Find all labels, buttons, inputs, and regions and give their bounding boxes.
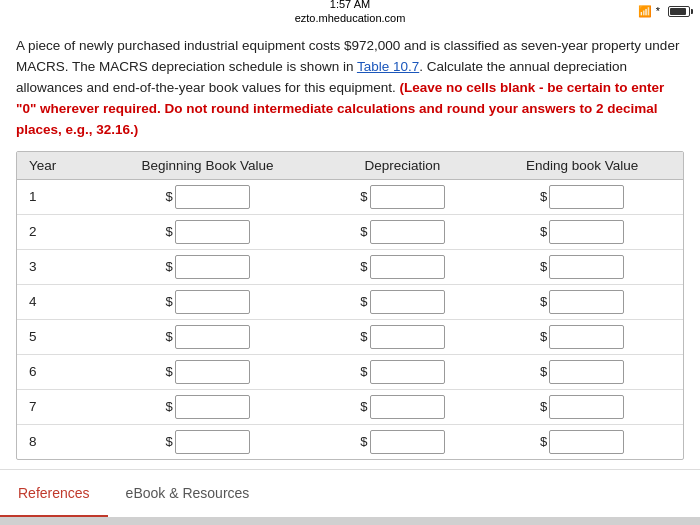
cell-year-4: 4: [17, 284, 91, 319]
input-ending-8[interactable]: [549, 430, 624, 454]
col-beginning: Beginning Book Value: [91, 152, 323, 180]
cell-year-2: 2: [17, 214, 91, 249]
input-depreciation-4[interactable]: [370, 290, 445, 314]
cell-depreciation-8: $: [324, 424, 482, 459]
input-beginning-6[interactable]: [175, 360, 250, 384]
input-depreciation-2[interactable]: [370, 220, 445, 244]
main-content: A piece of newly purchased industrial eq…: [0, 22, 700, 517]
dollar-sign: $: [540, 364, 547, 379]
dollar-sign: $: [540, 399, 547, 414]
cell-depreciation-7: $: [324, 389, 482, 424]
input-ending-7[interactable]: [549, 395, 624, 419]
dollar-sign: $: [165, 329, 172, 344]
input-ending-2[interactable]: [549, 220, 624, 244]
cell-depreciation-2: $: [324, 214, 482, 249]
cell-depreciation-1: $: [324, 179, 482, 214]
dollar-sign: $: [360, 294, 367, 309]
dollar-sign: $: [540, 434, 547, 449]
cell-year-8: 8: [17, 424, 91, 459]
col-year: Year: [17, 152, 91, 180]
cell-depreciation-4: $: [324, 284, 482, 319]
input-beginning-7[interactable]: [175, 395, 250, 419]
input-depreciation-5[interactable]: [370, 325, 445, 349]
status-bar: 1:57 AM ezto.mheducation.com 📶 *: [0, 0, 700, 22]
dollar-sign: $: [360, 434, 367, 449]
tab-references[interactable]: References: [0, 470, 108, 517]
cell-year-6: 6: [17, 354, 91, 389]
time-label: 1:57 AM ezto.mheducation.com: [295, 0, 406, 25]
input-depreciation-8[interactable]: [370, 430, 445, 454]
cell-ending-1: $: [481, 179, 683, 214]
input-beginning-5[interactable]: [175, 325, 250, 349]
problem-description: A piece of newly purchased industrial eq…: [16, 36, 684, 141]
dollar-sign: $: [360, 259, 367, 274]
cell-depreciation-6: $: [324, 354, 482, 389]
table-row: 8$$$: [17, 424, 683, 459]
dollar-sign: $: [540, 189, 547, 204]
input-beginning-8[interactable]: [175, 430, 250, 454]
cell-year-1: 1: [17, 179, 91, 214]
dollar-sign: $: [540, 259, 547, 274]
cell-ending-6: $: [481, 354, 683, 389]
cell-ending-8: $: [481, 424, 683, 459]
dollar-sign: $: [540, 224, 547, 239]
dollar-sign: $: [540, 294, 547, 309]
cell-ending-4: $: [481, 284, 683, 319]
dollar-sign: $: [360, 399, 367, 414]
cell-beginning-7: $: [91, 389, 323, 424]
table-row: 2$$$: [17, 214, 683, 249]
input-depreciation-6[interactable]: [370, 360, 445, 384]
table-link[interactable]: Table 10.7: [357, 59, 419, 74]
cell-beginning-2: $: [91, 214, 323, 249]
input-beginning-1[interactable]: [175, 185, 250, 209]
table-row: 6$$$: [17, 354, 683, 389]
input-ending-4[interactable]: [549, 290, 624, 314]
wifi-icon: 📶: [638, 5, 652, 18]
depreciation-table-container: Year Beginning Book Value Depreciation E…: [16, 151, 684, 460]
col-depreciation: Depreciation: [324, 152, 482, 180]
dollar-sign: $: [165, 259, 172, 274]
input-beginning-2[interactable]: [175, 220, 250, 244]
cell-beginning-1: $: [91, 179, 323, 214]
cell-beginning-3: $: [91, 249, 323, 284]
status-bar-right: 📶 *: [638, 5, 690, 18]
cell-ending-2: $: [481, 214, 683, 249]
dollar-sign: $: [360, 329, 367, 344]
cell-beginning-6: $: [91, 354, 323, 389]
input-depreciation-7[interactable]: [370, 395, 445, 419]
input-depreciation-1[interactable]: [370, 185, 445, 209]
input-ending-5[interactable]: [549, 325, 624, 349]
content-body: A piece of newly purchased industrial eq…: [0, 22, 700, 469]
col-ending: Ending book Value: [481, 152, 683, 180]
cell-year-3: 3: [17, 249, 91, 284]
dollar-sign: $: [165, 294, 172, 309]
battery-label: *: [656, 5, 660, 17]
table-row: 1$$$: [17, 179, 683, 214]
input-ending-3[interactable]: [549, 255, 624, 279]
dollar-sign: $: [360, 364, 367, 379]
table-row: 3$$$: [17, 249, 683, 284]
input-ending-1[interactable]: [549, 185, 624, 209]
input-beginning-3[interactable]: [175, 255, 250, 279]
dollar-sign: $: [360, 224, 367, 239]
dollar-sign: $: [540, 329, 547, 344]
status-bar-center: 1:57 AM ezto.mheducation.com: [295, 0, 406, 25]
bottom-bar: [0, 517, 700, 525]
cell-beginning-5: $: [91, 319, 323, 354]
cell-ending-3: $: [481, 249, 683, 284]
dollar-sign: $: [165, 399, 172, 414]
dollar-sign: $: [165, 189, 172, 204]
battery-icon: [668, 6, 690, 17]
cell-year-5: 5: [17, 319, 91, 354]
input-depreciation-3[interactable]: [370, 255, 445, 279]
dollar-sign: $: [360, 189, 367, 204]
dollar-sign: $: [165, 224, 172, 239]
table-row: 7$$$: [17, 389, 683, 424]
cell-beginning-4: $: [91, 284, 323, 319]
input-beginning-4[interactable]: [175, 290, 250, 314]
table-header-row: Year Beginning Book Value Depreciation E…: [17, 152, 683, 180]
cell-depreciation-5: $: [324, 319, 482, 354]
input-ending-6[interactable]: [549, 360, 624, 384]
depreciation-table: Year Beginning Book Value Depreciation E…: [17, 152, 683, 459]
tab-ebook[interactable]: eBook & Resources: [108, 470, 268, 517]
